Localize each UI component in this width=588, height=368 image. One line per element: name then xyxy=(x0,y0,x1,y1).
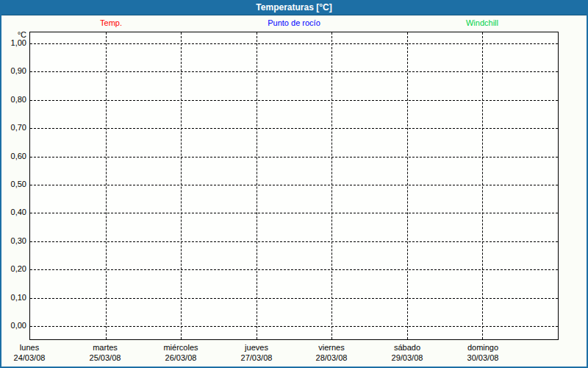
x-tick-label: lunes24/03/08 xyxy=(0,342,66,363)
x-tick-date: 29/03/08 xyxy=(370,353,444,363)
gridline-horizontal xyxy=(30,71,558,72)
gridline-horizontal xyxy=(30,326,558,327)
plot-area xyxy=(29,32,559,340)
y-tick-label: 0,30 xyxy=(1,236,26,246)
x-tick-weekday: sábado xyxy=(370,342,444,353)
y-tick-label: 0,40 xyxy=(1,208,26,217)
legend-item: Temp. xyxy=(100,18,122,27)
y-tick-label: 0,90 xyxy=(1,66,26,76)
gridline-horizontal xyxy=(30,43,558,44)
y-tick-label: 0,70 xyxy=(1,123,26,132)
x-tick-label: miércoles26/03/08 xyxy=(144,342,218,363)
gridline-vertical xyxy=(331,32,332,339)
x-tick-date: 24/03/08 xyxy=(0,353,66,363)
x-tick-date: 27/03/08 xyxy=(220,353,293,363)
legend-item: Windchill xyxy=(466,18,498,27)
legend-item: Punto de rocío xyxy=(268,18,320,27)
y-tick-label: 0,00 xyxy=(1,321,26,330)
chart-title: Temperaturas [°C] xyxy=(256,2,331,13)
gridline-vertical xyxy=(257,32,257,339)
gridline-vertical xyxy=(106,32,107,339)
y-tick-label: 0,20 xyxy=(1,264,26,274)
y-tick-label: 0,60 xyxy=(1,152,26,161)
y-tick-label: 0,80 xyxy=(1,95,26,105)
gridline-vertical xyxy=(482,32,483,339)
y-tick-label: 0,50 xyxy=(1,180,26,189)
x-tick-weekday: lunes xyxy=(0,342,66,353)
gridline-horizontal xyxy=(30,241,558,242)
gridline-horizontal xyxy=(30,157,558,158)
y-tick-label: 1,00 xyxy=(1,38,26,48)
x-tick-label: domingo30/03/08 xyxy=(446,342,520,363)
gridline-horizontal xyxy=(30,185,558,185)
x-tick-label: sábado29/03/08 xyxy=(370,342,444,363)
gridline-horizontal xyxy=(30,269,558,270)
gridline-vertical xyxy=(407,32,408,339)
x-tick-date: 28/03/08 xyxy=(295,353,368,363)
x-tick-weekday: martes xyxy=(68,342,142,353)
x-tick-label: jueves27/03/08 xyxy=(220,342,293,363)
x-tick-weekday: jueves xyxy=(220,342,293,353)
y-tick-label: 0,10 xyxy=(1,293,26,302)
gridline-horizontal xyxy=(30,100,558,101)
x-tick-date: 25/03/08 xyxy=(68,353,142,363)
x-tick-weekday: viernes xyxy=(295,342,368,353)
x-tick-label: martes25/03/08 xyxy=(68,342,142,363)
gridline-vertical xyxy=(181,32,182,339)
title-bar: Temperaturas [°C] xyxy=(0,0,588,15)
x-tick-date: 30/03/08 xyxy=(446,353,520,363)
x-tick-label: viernes28/03/08 xyxy=(295,342,368,363)
gridline-horizontal xyxy=(30,213,558,213)
chart-window: Temperaturas [°C] Temp.Punto de rocíoWin… xyxy=(0,0,588,368)
gridline-horizontal xyxy=(30,298,558,299)
x-tick-weekday: miércoles xyxy=(144,342,218,353)
gridline-horizontal xyxy=(30,128,558,129)
x-tick-date: 26/03/08 xyxy=(144,353,218,363)
x-tick-weekday: domingo xyxy=(446,342,520,353)
